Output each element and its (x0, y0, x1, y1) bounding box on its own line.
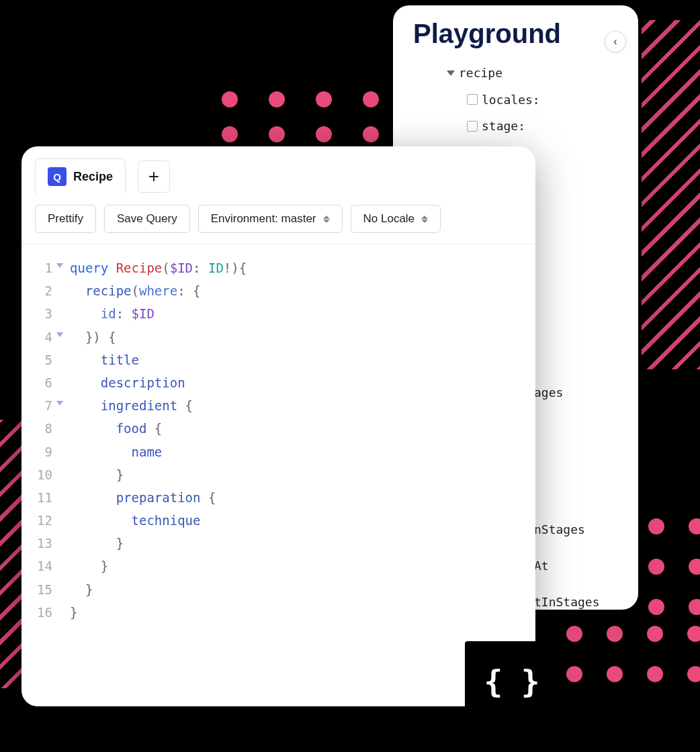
tree-root-item[interactable]: recipe (447, 60, 618, 87)
line-number: 14 (21, 555, 59, 577)
code-editor[interactable]: 1query Recipe($ID: ID!){2 recipe(where: … (21, 244, 535, 636)
code-line[interactable]: 10 } (21, 463, 535, 486)
tree-extra-item: tInStages (534, 584, 618, 620)
fold-caret-icon[interactable] (56, 263, 63, 268)
line-number: 5 (21, 348, 59, 371)
checkbox-icon[interactable] (467, 121, 478, 132)
line-number: 9 (21, 440, 59, 463)
code-content: } (59, 601, 77, 624)
tree-item-stage[interactable]: stage: (467, 113, 618, 140)
caret-down-icon (447, 70, 455, 76)
code-line[interactable]: 16} (21, 601, 535, 624)
code-line[interactable]: 2 recipe(where: { (21, 279, 535, 302)
fold-caret-icon[interactable] (56, 401, 63, 406)
line-number: 7 (21, 394, 59, 417)
code-content: title (59, 348, 139, 371)
sort-icon (421, 216, 428, 223)
line-number: 2 (21, 279, 59, 302)
line-number: 6 (21, 371, 59, 394)
environment-selector[interactable]: Environment: master (198, 205, 343, 233)
code-content: name (59, 440, 162, 463)
code-content: recipe(where: { (59, 279, 201, 302)
tab-label: Recipe (73, 170, 113, 184)
code-content: id: $ID (59, 302, 155, 325)
editor-toolbar: Prettify Save Query Environment: master … (21, 194, 535, 244)
code-line[interactable]: 14 } (21, 555, 535, 577)
button-label: Save Query (117, 212, 177, 226)
tree-item-label: locales: (482, 87, 540, 113)
code-line[interactable]: 5 title (21, 348, 535, 371)
button-label: Prettify (48, 212, 83, 226)
decorative-dots-row2 (566, 666, 700, 682)
braces-box: { } (465, 641, 559, 722)
line-number: 16 (21, 601, 59, 624)
code-content: description (59, 371, 185, 394)
tree-extra-item: ages (534, 375, 618, 411)
collapse-button[interactable]: ‹ (605, 31, 626, 52)
code-line[interactable]: 12 technique (21, 509, 535, 532)
decorative-stripes-top (642, 20, 700, 369)
tabs-bar: Q Recipe + (21, 146, 535, 194)
schema-tree[interactable]: recipe locales: stage: (447, 60, 618, 140)
decorative-dots-row1 (566, 626, 700, 642)
code-content: ingredient { (59, 394, 193, 417)
editor-panel: Q Recipe + Prettify Save Query Environme… (21, 146, 535, 706)
code-content: } (59, 555, 108, 577)
code-content: }) { (59, 326, 116, 348)
button-label: No Locale (363, 212, 415, 226)
playground-title: Playground (413, 19, 618, 49)
line-number: 12 (21, 509, 59, 532)
tab-recipe[interactable]: Q Recipe (35, 158, 126, 194)
save-query-button[interactable]: Save Query (104, 205, 190, 233)
code-line[interactable]: 9 name (21, 440, 535, 463)
tree-item-locales[interactable]: locales: (467, 87, 618, 113)
tree-extra-item: nStages (534, 512, 618, 548)
code-content: } (59, 532, 124, 555)
button-label: Environment: master (211, 212, 316, 226)
line-number: 15 (21, 578, 59, 601)
locale-selector[interactable]: No Locale (351, 205, 441, 233)
line-number: 13 (21, 532, 59, 555)
plus-icon: + (148, 166, 159, 187)
code-content: food { (59, 417, 162, 440)
code-line[interactable]: 3 id: $ID (21, 302, 535, 325)
line-number: 1 (21, 256, 59, 279)
prettify-button[interactable]: Prettify (35, 205, 96, 233)
line-number: 3 (21, 302, 59, 325)
query-badge: Q (48, 167, 67, 186)
code-line[interactable]: 8 food { (21, 417, 535, 440)
line-number: 4 (21, 326, 59, 348)
checkbox-icon[interactable] (467, 94, 478, 105)
code-line[interactable]: 1query Recipe($ID: ID!){ (21, 256, 535, 279)
line-number: 11 (21, 486, 59, 509)
decorative-dots-right (648, 518, 700, 615)
code-line[interactable]: 13 } (21, 532, 535, 555)
line-number: 8 (21, 417, 59, 440)
add-tab-button[interactable]: + (138, 160, 170, 193)
braces-icon: { } (484, 663, 539, 700)
code-content: } (59, 578, 93, 601)
code-line[interactable]: 6 description (21, 371, 535, 394)
tree-extras: ages nStages At tInStages (534, 375, 618, 620)
code-content: query Recipe($ID: ID!){ (59, 256, 247, 279)
code-line[interactable]: 4 }) { (21, 326, 535, 348)
fold-caret-icon[interactable] (56, 332, 63, 337)
sort-icon (323, 216, 330, 223)
line-number: 10 (21, 463, 59, 486)
chevron-left-icon: ‹ (613, 36, 617, 48)
code-content: technique (59, 509, 200, 532)
code-line[interactable]: 11 preparation { (21, 486, 535, 509)
code-line[interactable]: 15 } (21, 578, 535, 601)
tree-extra-item: At (534, 548, 618, 584)
tree-item-label: stage: (482, 113, 525, 140)
code-content: } (59, 463, 124, 486)
tree-root-label: recipe (459, 60, 502, 87)
code-content: preparation { (59, 486, 216, 509)
code-line[interactable]: 7 ingredient { (21, 394, 535, 417)
decorative-dots-top (222, 91, 379, 142)
